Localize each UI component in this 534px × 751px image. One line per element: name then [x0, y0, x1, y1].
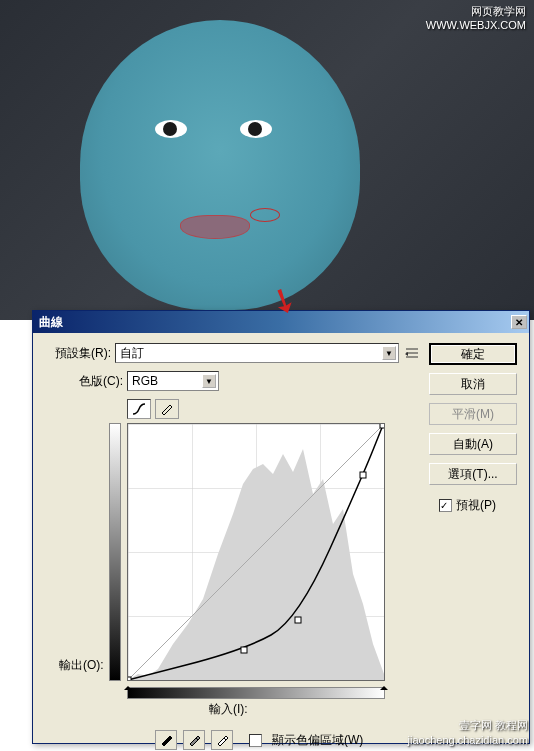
preview-label: 預視(P) — [456, 497, 496, 514]
show-clipping-label: 顯示色偏區域(W) — [272, 732, 363, 749]
close-button[interactable]: ✕ — [511, 315, 527, 329]
svg-rect-9 — [295, 617, 301, 623]
preset-label: 預設集(R): — [45, 345, 115, 362]
pencil-tool-button[interactable] — [155, 399, 179, 419]
curve-canvas[interactable] — [127, 423, 385, 681]
chevron-down-icon: ▼ — [202, 374, 216, 388]
eyedropper-icon — [159, 733, 173, 747]
lips-marker — [250, 208, 280, 222]
horizontal-gradient — [127, 687, 385, 699]
lips-selection — [180, 215, 250, 239]
eyedropper-icon — [215, 733, 229, 747]
black-point-eyedropper[interactable] — [155, 730, 177, 750]
svg-rect-11 — [380, 424, 384, 428]
show-clipping-checkbox[interactable] — [249, 734, 262, 747]
chevron-down-icon: ▼ — [382, 346, 396, 360]
titlebar[interactable]: 曲線 ✕ — [33, 311, 529, 333]
watermark-top-line1: 网页教学网 — [426, 4, 526, 18]
ok-button[interactable]: 確定 — [429, 343, 517, 365]
channel-label: 色版(C): — [45, 373, 127, 390]
smooth-button: 平滑(M) — [429, 403, 517, 425]
input-label: 輸入(I): — [209, 701, 419, 718]
auto-button[interactable]: 自動(A) — [429, 433, 517, 455]
curve-icon — [131, 402, 147, 416]
output-label: 輸出(O): — [59, 657, 104, 674]
editor-canvas: 网页教学网 WWW.WEBJX.COM — [0, 0, 534, 320]
menu-icon — [405, 347, 419, 359]
channel-value: RGB — [132, 374, 158, 388]
curve-area: 輸出(O): 輸入(I): — [127, 423, 419, 718]
gray-point-eyedropper[interactable] — [183, 730, 205, 750]
svg-rect-10 — [360, 472, 366, 478]
curves-dialog: 曲線 ✕ 預設集(R): 自訂 ▼ 色版(C): RGB ▼ — [32, 310, 530, 744]
pencil-icon — [159, 402, 175, 416]
watermark-bottom: 壹字网 教程网 jiaocheng.chazidian.com — [408, 718, 528, 747]
preset-value: 自訂 — [120, 345, 144, 362]
watermark-top-line2: WWW.WEBJX.COM — [426, 18, 526, 32]
preview-checkbox[interactable] — [439, 499, 452, 512]
cancel-button[interactable]: 取消 — [429, 373, 517, 395]
curve-svg — [128, 424, 384, 680]
curve-tool-button[interactable] — [127, 399, 151, 419]
watermark-bottom-line2: jiaocheng.chazidian.com — [408, 733, 528, 747]
eye-left — [155, 120, 187, 138]
dialog-title: 曲線 — [39, 314, 63, 331]
close-icon: ✕ — [515, 317, 523, 328]
watermark-bottom-line1: 壹字网 教程网 — [408, 718, 528, 732]
vertical-gradient — [109, 423, 121, 681]
preset-combo[interactable]: 自訂 ▼ — [115, 343, 399, 363]
eyedropper-icon — [187, 733, 201, 747]
channel-combo[interactable]: RGB ▼ — [127, 371, 219, 391]
watermark-top: 网页教学网 WWW.WEBJX.COM — [426, 4, 526, 33]
preset-menu-button[interactable] — [405, 346, 419, 360]
options-button[interactable]: 選項(T)... — [429, 463, 517, 485]
svg-rect-8 — [241, 647, 247, 653]
white-point-eyedropper[interactable] — [211, 730, 233, 750]
svg-rect-7 — [128, 677, 131, 680]
eye-right — [240, 120, 272, 138]
face-region — [80, 20, 360, 310]
